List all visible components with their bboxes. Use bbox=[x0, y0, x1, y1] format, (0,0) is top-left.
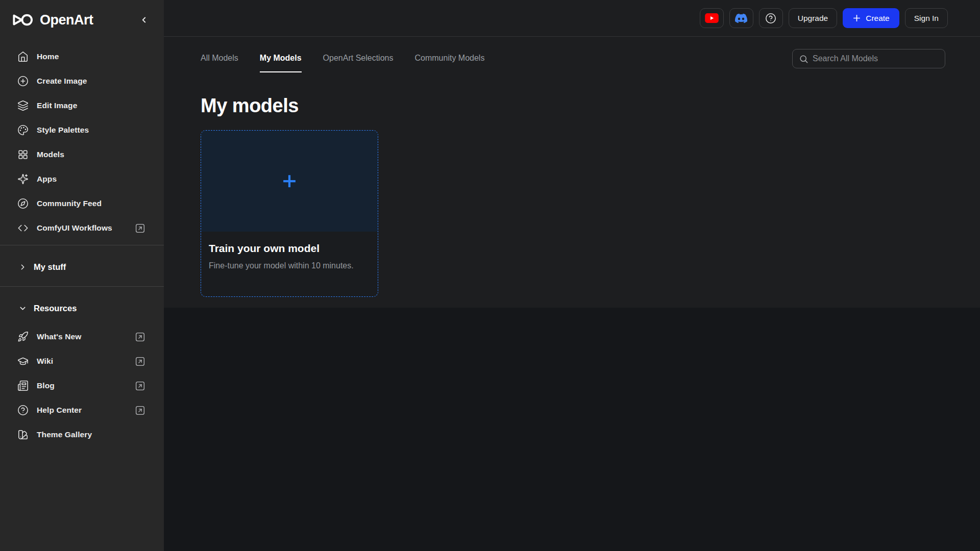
sidebar-divider bbox=[0, 286, 164, 287]
sidebar-item-label: Blog bbox=[37, 381, 55, 390]
topbar: Upgrade Create Sign In bbox=[164, 0, 980, 37]
sidebar-item-comfyui-workflows[interactable]: ComfyUI Workflows bbox=[0, 216, 164, 240]
chevron-left-icon bbox=[139, 15, 149, 24]
external-link-icon bbox=[135, 223, 145, 234]
sidebar-item-blog[interactable]: Blog bbox=[0, 373, 164, 398]
openart-logo[interactable]: OpenArt bbox=[12, 12, 93, 28]
sidebar-item-label: Models bbox=[37, 150, 64, 159]
search-input[interactable] bbox=[813, 54, 939, 63]
my-stuff-label: My stuff bbox=[34, 262, 66, 272]
sidebar-item-label: Create Image bbox=[37, 77, 87, 86]
compass-icon bbox=[17, 198, 29, 209]
plus-circle-icon bbox=[17, 76, 29, 87]
sidebar-item-models[interactable]: Models bbox=[0, 142, 164, 167]
external-link-icon bbox=[135, 356, 145, 367]
grid-icon bbox=[17, 149, 29, 160]
sidebar-item-label: ComfyUI Workflows bbox=[37, 223, 112, 233]
sidebar-item-label: Home bbox=[37, 52, 59, 61]
sidebar-item-home[interactable]: Home bbox=[0, 44, 164, 69]
youtube-button[interactable] bbox=[700, 8, 724, 28]
sidebar-item-apps[interactable]: Apps bbox=[0, 167, 164, 191]
youtube-icon bbox=[705, 13, 719, 23]
sidebar-divider bbox=[0, 245, 164, 245]
sidebar-item-style-palettes[interactable]: Style Palettes bbox=[0, 118, 164, 142]
chevron-down-icon bbox=[18, 304, 27, 313]
upgrade-label: Upgrade bbox=[798, 14, 828, 23]
create-button[interactable]: Create bbox=[843, 8, 899, 28]
tab-openart-selections[interactable]: OpenArt Selections bbox=[323, 49, 394, 72]
train-model-card[interactable]: Train your own model Fine-tune your mode… bbox=[201, 130, 378, 297]
model-tabs: All Models My Models OpenArt Selections … bbox=[201, 49, 484, 72]
sidebar-item-label: Community Feed bbox=[37, 199, 102, 208]
sidebar-item-label: Theme Gallery bbox=[37, 430, 92, 439]
sidebar-item-help-center[interactable]: Help Center bbox=[0, 398, 164, 422]
sidebar-header: OpenArt bbox=[0, 0, 164, 40]
create-label: Create bbox=[866, 14, 890, 23]
discord-button[interactable] bbox=[729, 8, 753, 28]
external-link-icon bbox=[135, 332, 145, 342]
sidebar-nav: Home Create Image Edit Image Style Palet… bbox=[0, 44, 164, 240]
resources-label: Resources bbox=[34, 304, 77, 313]
content-background bbox=[164, 308, 980, 551]
home-icon bbox=[17, 51, 29, 62]
sidebar-item-label: Edit Image bbox=[37, 101, 77, 110]
sidebar-item-label: Help Center bbox=[37, 406, 82, 415]
chevron-right-icon bbox=[18, 263, 27, 271]
sparkles-icon bbox=[17, 173, 29, 185]
sign-in-label: Sign In bbox=[914, 14, 939, 23]
sidebar-item-wiki[interactable]: Wiki bbox=[0, 349, 164, 373]
sidebar-collapse-button[interactable] bbox=[139, 15, 149, 24]
code-icon bbox=[17, 222, 29, 234]
sidebar-item-label: What's New bbox=[37, 332, 81, 341]
sidebar-item-community-feed[interactable]: Community Feed bbox=[0, 191, 164, 216]
tabs-row: All Models My Models OpenArt Selections … bbox=[201, 49, 945, 72]
sidebar-item-create-image[interactable]: Create Image bbox=[0, 69, 164, 93]
newspaper-icon bbox=[17, 380, 29, 391]
help-circle-icon bbox=[765, 13, 776, 24]
graduation-cap-icon bbox=[17, 356, 29, 367]
sign-in-button[interactable]: Sign In bbox=[905, 8, 948, 28]
sidebar: OpenArt Home Create Image Edit Image Sty… bbox=[0, 0, 164, 551]
sidebar-item-label: Style Palettes bbox=[37, 126, 89, 135]
my-stuff-toggle[interactable]: My stuff bbox=[0, 255, 164, 279]
search-icon bbox=[799, 54, 808, 64]
train-model-card-body: Train your own model Fine-tune your mode… bbox=[201, 232, 378, 270]
plus-icon bbox=[282, 173, 297, 189]
rocket-icon bbox=[17, 331, 29, 342]
main-area: Upgrade Create Sign In All Models My Mod… bbox=[164, 0, 980, 551]
external-link-icon bbox=[135, 381, 145, 391]
swatch-book-icon bbox=[17, 429, 29, 440]
resources-nav: What's New Wiki Blog Help Center Theme G bbox=[0, 324, 164, 447]
card-subtitle: Fine-tune your model within 10 minutes. bbox=[209, 261, 370, 270]
search-box bbox=[792, 49, 945, 68]
train-model-card-image bbox=[201, 131, 378, 232]
page-title: My models bbox=[201, 95, 945, 117]
tab-my-models[interactable]: My Models bbox=[260, 49, 302, 72]
discord-icon bbox=[735, 12, 747, 24]
help-button[interactable] bbox=[759, 8, 783, 28]
palette-icon bbox=[17, 124, 29, 136]
sidebar-item-label: Wiki bbox=[37, 357, 53, 366]
sidebar-item-whats-new[interactable]: What's New bbox=[0, 324, 164, 349]
sidebar-item-edit-image[interactable]: Edit Image bbox=[0, 93, 164, 118]
external-link-icon bbox=[135, 405, 145, 416]
layers-icon bbox=[17, 100, 29, 111]
help-circle-icon bbox=[17, 405, 29, 416]
sidebar-item-theme-gallery[interactable]: Theme Gallery bbox=[0, 422, 164, 447]
sidebar-item-label: Apps bbox=[37, 174, 57, 184]
openart-app: OpenArt Home Create Image Edit Image Sty… bbox=[0, 0, 980, 551]
brand-name: OpenArt bbox=[40, 12, 93, 28]
resources-toggle[interactable]: Resources bbox=[0, 296, 164, 320]
tab-all-models[interactable]: All Models bbox=[201, 49, 238, 72]
models-page: All Models My Models OpenArt Selections … bbox=[164, 37, 980, 308]
tab-community-models[interactable]: Community Models bbox=[414, 49, 484, 72]
upgrade-button[interactable]: Upgrade bbox=[789, 8, 837, 28]
plus-icon bbox=[852, 14, 861, 22]
card-title: Train your own model bbox=[209, 242, 370, 255]
openart-logo-icon bbox=[12, 13, 35, 27]
